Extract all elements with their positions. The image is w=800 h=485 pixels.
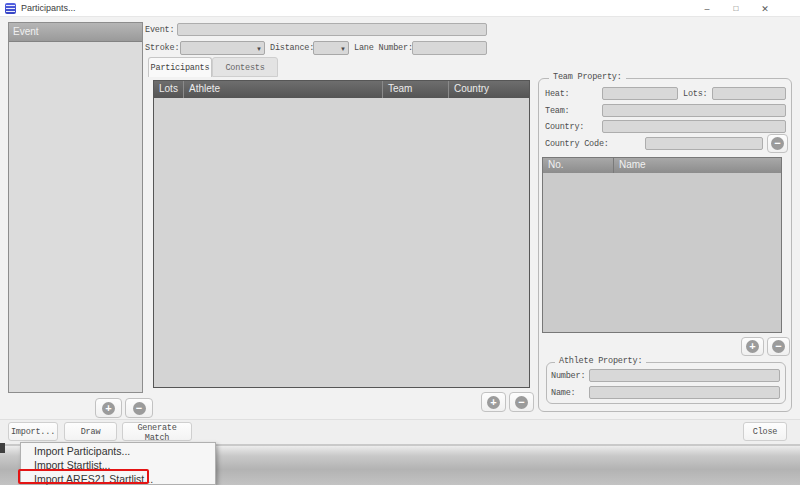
tab-participants[interactable]: Participants [148, 57, 212, 77]
athlete-property-legend: Athlete Property: [555, 356, 646, 366]
chevron-down-icon: ▼ [256, 46, 262, 52]
participants-table-header: Lots Athlete Team Country [154, 81, 529, 99]
team-athlete-remove-button[interactable]: − [767, 337, 790, 356]
lane-number-label: Lane Number: [354, 43, 413, 53]
col-header-athlete[interactable]: Athlete [184, 81, 383, 98]
distance-label: Distance: [270, 43, 314, 53]
participants-table-body[interactable] [154, 98, 529, 387]
import-button[interactable]: Import... [8, 422, 58, 441]
team-athletes-table-header: No. Name [543, 158, 781, 174]
stroke-label: Stroke: [145, 43, 179, 53]
country-label: Country: [545, 122, 584, 132]
event-field-label: Event: [145, 25, 174, 35]
team-athlete-add-button[interactable]: + [741, 337, 764, 356]
highlight-annotation [18, 469, 149, 484]
lane-number-input[interactable] [412, 41, 487, 55]
minus-icon: − [515, 396, 528, 409]
country-code-input[interactable] [645, 137, 763, 150]
plus-icon: + [487, 396, 500, 409]
team-property-legend: Team Property: [549, 72, 626, 82]
event-input[interactable] [177, 23, 487, 36]
lots-label: Lots: [683, 89, 708, 99]
event-list-header[interactable]: Event [9, 23, 142, 42]
minimize-button[interactable]: – [694, 0, 720, 17]
plus-icon: + [746, 340, 759, 353]
window-title: Participants... [21, 0, 76, 17]
country-input[interactable] [602, 120, 786, 133]
team-athletes-table: No. Name [542, 157, 782, 333]
participant-remove-button[interactable]: − [509, 392, 534, 412]
tab-contests[interactable]: Contests [212, 57, 278, 77]
col-header-team[interactable]: Team [383, 81, 449, 98]
minus-icon: − [772, 340, 785, 353]
team-label: Team: [545, 106, 570, 116]
col-header-country[interactable]: Country [449, 81, 529, 98]
menu-item-import-participants[interactable]: Import Participants... [21, 444, 215, 458]
window-corner-mark [0, 443, 5, 453]
draw-button[interactable]: Draw [64, 422, 117, 441]
close-window-button[interactable]: ✕ [752, 0, 778, 17]
title-bar: Participants... – □ ✕ [0, 0, 800, 17]
number-input[interactable] [589, 369, 780, 382]
minus-icon: − [133, 402, 146, 415]
team-input[interactable] [602, 104, 786, 117]
event-list-panel: Event [8, 22, 143, 393]
generate-match-button[interactable]: Generate Match [122, 422, 192, 441]
col-header-lots[interactable]: Lots [154, 81, 184, 98]
heat-input[interactable] [602, 87, 678, 100]
country-code-remove-button[interactable]: − [767, 134, 788, 153]
maximize-button[interactable]: □ [723, 0, 749, 17]
name-input[interactable] [589, 386, 780, 399]
team-athletes-table-body[interactable] [543, 173, 781, 332]
lots-input[interactable] [712, 87, 786, 100]
col-header-no[interactable]: No. [543, 158, 614, 173]
screen: Participants... – □ ✕ Event + − Event: S… [0, 0, 800, 485]
app-icon [5, 3, 16, 14]
event-add-button[interactable]: + [95, 398, 122, 418]
event-list-body[interactable] [9, 42, 142, 392]
event-remove-button[interactable]: − [125, 398, 153, 418]
minus-icon: − [771, 137, 784, 150]
heat-label: Heat: [545, 89, 570, 99]
plus-icon: + [102, 402, 115, 415]
participant-add-button[interactable]: + [481, 392, 506, 412]
stroke-select[interactable]: ▼ [180, 41, 265, 55]
close-button[interactable]: Close [743, 422, 787, 441]
name-label: Name: [551, 388, 576, 398]
distance-select[interactable]: ▼ [313, 41, 349, 55]
col-header-name[interactable]: Name [614, 158, 781, 173]
participants-table: Lots Athlete Team Country [153, 80, 530, 388]
chevron-down-icon: ▼ [340, 46, 346, 52]
number-label: Number: [551, 371, 585, 381]
country-code-label: Country Code: [545, 139, 609, 149]
